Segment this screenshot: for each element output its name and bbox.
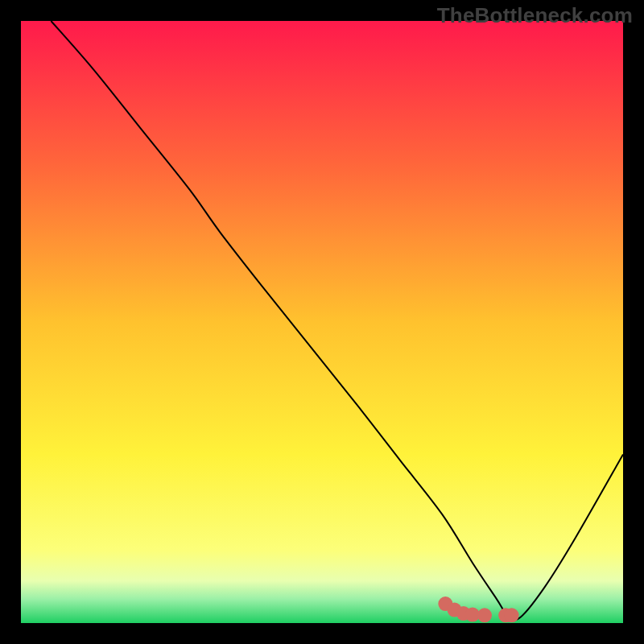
plot-area [21,21,623,623]
chart-svg [21,21,623,623]
chart-frame: TheBottleneck.com [0,0,644,644]
highlight-dot [477,608,492,622]
gradient-background [21,21,623,623]
watermark-text: TheBottleneck.com [437,3,633,28]
highlight-dot [505,608,519,622]
